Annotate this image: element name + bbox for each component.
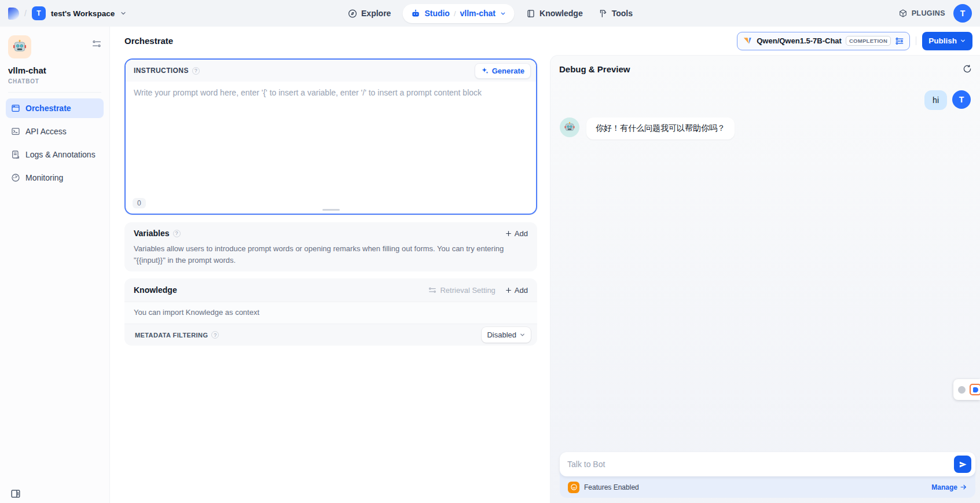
nav-tools[interactable]: Tools bbox=[594, 9, 636, 19]
sidebar-item-logs-annotations[interactable]: Logs & Annotations bbox=[6, 145, 104, 164]
breadcrumb-slash: / bbox=[24, 9, 27, 18]
plugins-label: PLUGINS bbox=[912, 9, 945, 17]
add-label: Add bbox=[515, 229, 528, 238]
logs-document-icon bbox=[11, 150, 20, 159]
instructions-panel: INSTRUCTIONS ? Generate 0 bbox=[124, 58, 537, 215]
plus-icon bbox=[505, 230, 512, 237]
publish-label: Publish bbox=[928, 36, 957, 45]
app-robot-icon[interactable] bbox=[8, 35, 31, 58]
generate-button[interactable]: Generate bbox=[475, 63, 531, 79]
floating-extension-widget[interactable] bbox=[953, 379, 980, 400]
sidebar-item-monitoring[interactable]: Monitoring bbox=[6, 168, 104, 188]
nav-studio-label: Studio bbox=[424, 9, 450, 18]
features-wrap: Features Enabled Manage bbox=[560, 452, 975, 498]
app-operations-button[interactable] bbox=[92, 40, 101, 48]
nav-knowledge[interactable]: Knowledge bbox=[522, 9, 586, 19]
user-chat-avatar: T bbox=[952, 90, 971, 109]
help-icon[interactable]: ? bbox=[211, 331, 219, 339]
sidebar-collapse-button[interactable] bbox=[10, 489, 21, 499]
chevron-down-icon bbox=[519, 332, 526, 338]
restart-icon bbox=[963, 64, 972, 74]
metadata-filtering-row: METADATA FILTERING ? Disabled bbox=[124, 324, 537, 346]
resize-handle[interactable] bbox=[322, 209, 340, 211]
layout-panel-icon bbox=[10, 489, 21, 499]
sidebar-item-orchestrate[interactable]: Orchestrate bbox=[6, 98, 104, 118]
help-icon[interactable]: ? bbox=[173, 230, 181, 237]
arrow-right-icon bbox=[960, 483, 967, 491]
hammer-icon bbox=[598, 9, 608, 19]
sidebar-app-name: vllm-chat bbox=[0, 58, 109, 75]
model-selector[interactable]: Qwen/Qwen1.5-7B-Chat COMPLETION bbox=[737, 32, 910, 50]
instructions-header: INSTRUCTIONS ? Generate bbox=[126, 60, 536, 82]
variables-panel: Variables ? Add Variables allow users to… bbox=[124, 222, 537, 271]
user-avatar[interactable]: T bbox=[953, 4, 972, 23]
nav-studio-pill[interactable]: Studio / vllm-chat bbox=[402, 4, 514, 23]
nav-pill-slash: / bbox=[454, 9, 456, 18]
model-name: Qwen/Qwen1.5-7B-Chat bbox=[757, 36, 842, 45]
sidebar-item-label: Orchestrate bbox=[25, 104, 71, 113]
sidebar-item-label: Monitoring bbox=[25, 173, 63, 182]
robot-emoji-icon bbox=[564, 122, 575, 133]
explore-compass-icon bbox=[347, 9, 357, 19]
debug-title: Debug & Preview bbox=[559, 64, 630, 74]
book-icon bbox=[526, 9, 535, 19]
robot-emoji-icon bbox=[12, 39, 27, 54]
help-icon[interactable]: ? bbox=[192, 67, 200, 75]
chevron-down-icon bbox=[120, 10, 127, 17]
retrieval-setting-label: Retrieval Setting bbox=[440, 286, 495, 295]
model-mode-badge: COMPLETION bbox=[846, 36, 891, 46]
variables-description: Variables allow users to introduce promp… bbox=[134, 243, 504, 266]
retrieval-setting-button[interactable]: Retrieval Setting bbox=[428, 286, 495, 295]
add-knowledge-button[interactable]: Add bbox=[505, 286, 528, 295]
tune-sliders-icon[interactable] bbox=[895, 37, 904, 45]
sidebar-divider bbox=[8, 92, 101, 93]
features-enabled-label: Features Enabled bbox=[584, 483, 639, 491]
app-card bbox=[0, 27, 109, 58]
metadata-filtering-value: Disabled bbox=[487, 331, 516, 339]
bot-message-bubble: 你好！有什么问题我可以帮助你吗？ bbox=[586, 118, 735, 139]
instructions-input[interactable] bbox=[134, 88, 528, 186]
title-row-right: Qwen/Qwen1.5-7B-Chat COMPLETION Publish bbox=[737, 32, 972, 50]
knowledge-panel: Knowledge Retrieval Setting Add bbox=[124, 278, 537, 346]
gauge-icon bbox=[11, 173, 20, 182]
send-icon bbox=[959, 460, 967, 469]
content-row: INSTRUCTIONS ? Generate 0 bbox=[110, 55, 980, 503]
instructions-footer: 0 bbox=[126, 193, 536, 214]
terminal-icon bbox=[11, 127, 20, 136]
config-column: INSTRUCTIONS ? Generate 0 bbox=[110, 55, 550, 503]
robot-icon bbox=[410, 9, 420, 19]
nav-current-app-label[interactable]: vllm-chat bbox=[460, 9, 495, 18]
sidebar-item-api-access[interactable]: API Access bbox=[6, 122, 104, 141]
dify-logo[interactable] bbox=[8, 8, 19, 20]
title-row: Orchestrate Qwen/Qwen1.5-7B-Chat COMPLET… bbox=[110, 27, 980, 55]
chevron-down-icon bbox=[500, 10, 506, 17]
char-count-badge: 0 bbox=[133, 198, 146, 208]
body: vllm-chat CHATBOT Orchestrate API Access… bbox=[0, 27, 980, 503]
generate-label: Generate bbox=[492, 67, 524, 75]
manage-features-link[interactable]: Manage bbox=[931, 483, 967, 491]
add-variable-button[interactable]: Add bbox=[505, 229, 528, 238]
retrieval-sliders-icon bbox=[428, 287, 436, 294]
restart-conversation-button[interactable] bbox=[960, 62, 974, 76]
topbar: / T test's Workspace Explore Studio / vl… bbox=[0, 0, 980, 27]
workspace-avatar[interactable]: T bbox=[32, 6, 46, 20]
send-button[interactable] bbox=[954, 456, 971, 473]
nav-explore[interactable]: Explore bbox=[344, 9, 394, 19]
metadata-filtering-select[interactable]: Disabled bbox=[482, 327, 531, 343]
plus-icon bbox=[505, 287, 512, 294]
chat-message-user: hi T bbox=[560, 90, 971, 110]
topbar-left: / T test's Workspace bbox=[8, 6, 127, 20]
chat-input[interactable] bbox=[567, 460, 954, 469]
variables-header: Variables ? Add bbox=[134, 229, 528, 238]
nav-tools-label: Tools bbox=[612, 9, 633, 18]
sparkles-icon bbox=[481, 67, 489, 75]
sidebar-app-type-badge: CHATBOT bbox=[0, 75, 109, 85]
workspace-name[interactable]: test's Workspace bbox=[51, 9, 115, 18]
add-label: Add bbox=[515, 286, 528, 295]
package-icon bbox=[898, 9, 908, 18]
variables-title: Variables bbox=[134, 229, 170, 238]
features-icon bbox=[568, 482, 579, 493]
user-message-bubble: hi bbox=[924, 90, 947, 110]
publish-button[interactable]: Publish bbox=[922, 32, 972, 50]
plugins-button[interactable]: PLUGINS bbox=[898, 9, 945, 18]
